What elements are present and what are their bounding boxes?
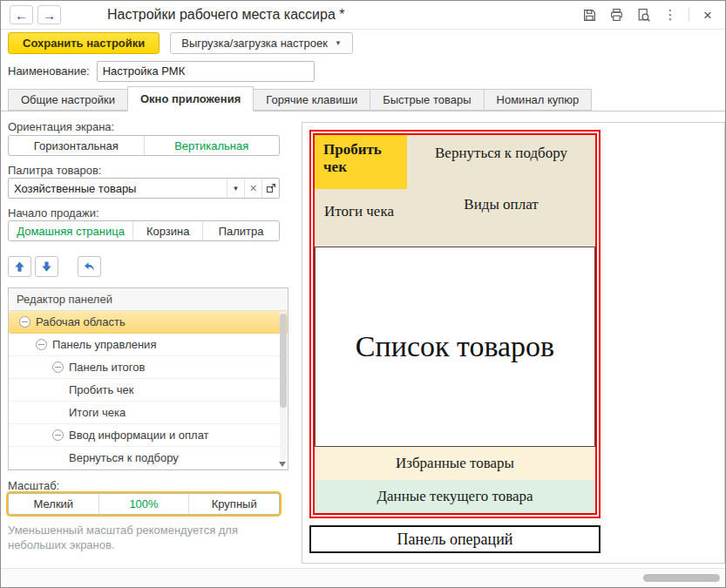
palette-open-button[interactable] <box>261 179 279 198</box>
kebab-icon: ⋮ <box>664 7 677 23</box>
tree-item-label: Ввод информации и оплат <box>69 429 209 442</box>
tree-item-label: Итоги чека <box>69 406 126 419</box>
scale-option-100[interactable]: 100% <box>98 494 189 514</box>
page-magnifier-icon <box>636 8 651 23</box>
tab-content: Ориентация экрана: Горизонтальная Вертик… <box>1 112 725 568</box>
tab-bar: Общие настройки Окно приложения Горячие … <box>1 85 725 112</box>
preview-check-button-cell: Пробить чек <box>315 135 407 189</box>
preview-favorite-products: Избранные товары <box>315 447 595 480</box>
tab-application-window[interactable]: Окно приложения <box>127 86 254 112</box>
preview-payment-types-cell: Виды оплат <box>407 196 595 213</box>
x-icon: × <box>249 182 256 194</box>
horizontal-scrollbar-thumb[interactable] <box>643 574 720 582</box>
tree-item-check-button[interactable]: Пробить чек <box>9 379 288 402</box>
tree-scrollbar[interactable] <box>280 312 287 460</box>
circled-minus-icon[interactable] <box>52 362 64 373</box>
tab-general-settings[interactable]: Общие настройки <box>8 89 128 111</box>
tree-item-label: Панель управления <box>52 338 156 351</box>
printer-icon <box>609 8 624 23</box>
tab-quick-products[interactable]: Быстрые товары <box>370 89 484 111</box>
preview-button[interactable] <box>634 6 652 24</box>
name-input[interactable] <box>97 61 315 82</box>
horizontal-scrollbar[interactable] <box>1 568 725 587</box>
tree-item-label: Панель итогов <box>69 361 145 374</box>
titlebar-actions: ⋮ × <box>580 6 716 24</box>
arrow-up-icon <box>13 260 26 274</box>
circled-minus-icon[interactable] <box>52 429 64 441</box>
palette-combobox[interactable]: Хозяйственные товары ▼ × <box>8 178 280 199</box>
titlebar: ← → Настройки рабочего места кассира * <box>1 1 725 30</box>
titlebar-separator <box>689 8 689 22</box>
more-menu-button[interactable]: ⋮ <box>662 6 679 24</box>
preview-receipt-totals-cell: Итоги чека <box>324 203 394 220</box>
floppy-icon <box>582 8 597 23</box>
tree-item-label: Пробить чек <box>69 383 134 396</box>
caret-down-icon: ▼ <box>335 39 342 47</box>
palette-label: Палитра товаров: <box>8 164 101 177</box>
tree-item-label: Вернуться к подбору <box>69 451 179 464</box>
tree-item-input-and-payments[interactable]: Ввод информации и оплат <box>9 424 288 447</box>
name-field-label: Наименование: <box>8 64 90 78</box>
scale-option-large[interactable]: Крупный <box>188 494 279 514</box>
move-down-button[interactable] <box>35 256 58 277</box>
panel-order-buttons <box>8 256 101 277</box>
forward-button[interactable]: → <box>37 5 61 24</box>
app-window: ← → Настройки рабочего места кассира * <box>0 0 726 588</box>
palette-value[interactable]: Хозяйственные товары <box>9 179 227 198</box>
preview-screen-frame: Пробить чек Вернуться к подбору Итоги че… <box>309 130 600 518</box>
tab-banknote-denominations[interactable]: Номинал купюр <box>484 89 593 111</box>
name-field-row: Наименование: <box>1 57 725 85</box>
tree-item-label: Рабочая область <box>36 315 126 328</box>
scale-toggle: Мелкий 100% Крупный <box>8 493 280 515</box>
save-icon-button[interactable] <box>580 6 598 24</box>
panel-editor-tree: Редактор панелей Рабочая область Панель … <box>8 287 288 470</box>
preview-top-panel: Пробить чек Вернуться к подбору Итоги че… <box>315 135 595 247</box>
circled-minus-icon[interactable] <box>19 316 31 328</box>
sale-start-label: Начало продажи: <box>8 206 99 220</box>
panel-editor-header: Редактор панелей <box>9 288 288 311</box>
save-settings-button[interactable]: Сохранить настройки <box>8 32 159 54</box>
open-window-icon <box>266 183 276 193</box>
command-toolbar: Сохранить настройки Выгрузка/загрузка на… <box>1 30 725 57</box>
palette-dropdown-button[interactable]: ▼ <box>227 179 244 198</box>
palette-clear-button[interactable]: × <box>244 179 261 198</box>
export-button-label: Выгрузка/загрузка настроек <box>181 37 328 50</box>
sale-start-option-cart[interactable]: Корзина <box>132 221 202 240</box>
close-icon: × <box>703 8 712 23</box>
tree-item-work-area[interactable]: Рабочая область <box>9 311 288 334</box>
close-button[interactable]: × <box>699 6 716 24</box>
sale-start-option-palette[interactable]: Палитра <box>202 221 279 240</box>
preview-current-product: Данные текущего товара <box>315 480 595 513</box>
orientation-label: Ориентация экрана: <box>8 120 114 133</box>
preview-product-list: Список товаров <box>315 247 595 447</box>
export-import-settings-button[interactable]: Выгрузка/загрузка настроек ▼ <box>170 32 353 54</box>
move-up-button[interactable] <box>8 256 31 277</box>
scale-hint-text: Уменьшенный масштаб рекомендуется для не… <box>8 523 252 552</box>
arrow-right-icon: → <box>43 8 56 23</box>
page-title: Настройки рабочего места кассира * <box>107 7 345 23</box>
print-button[interactable] <box>607 6 625 24</box>
orientation-toggle: Горизонтальная Вертикальная <box>8 135 280 156</box>
scale-option-small[interactable]: Мелкий <box>9 494 98 514</box>
orientation-option-vertical[interactable]: Вертикальная <box>144 136 280 155</box>
preview-return-cell: Вернуться к подбору <box>407 135 595 189</box>
orientation-option-horizontal[interactable]: Горизонтальная <box>9 136 144 155</box>
sale-start-option-home[interactable]: Домашняя страница <box>9 221 132 240</box>
sale-start-toggle: Домашняя страница Корзина Палитра <box>8 220 280 241</box>
tree-item-control-panel[interactable]: Панель управления <box>9 334 288 356</box>
preview-operations-panel: Панель операций <box>309 525 600 553</box>
arrow-down-icon <box>40 260 53 274</box>
tree-item-totals-panel[interactable]: Панель итогов <box>9 356 288 379</box>
arrow-left-icon: ← <box>15 8 28 23</box>
tree-item-receipt-totals[interactable]: Итоги чека <box>9 402 288 424</box>
tree-item-return-to-selection[interactable]: Вернуться к подбору <box>9 447 288 470</box>
reset-layout-button[interactable] <box>78 256 101 277</box>
scale-label: Масштаб: <box>8 479 59 492</box>
caret-down-icon: ▼ <box>233 185 240 193</box>
tree-scrollbar-thumb[interactable] <box>280 314 287 408</box>
back-button[interactable]: ← <box>10 5 33 24</box>
circled-minus-icon[interactable] <box>36 339 47 350</box>
tree-scroll-down-icon[interactable] <box>279 462 286 467</box>
layout-preview: Пробить чек Вернуться к подбору Итоги че… <box>302 122 725 564</box>
tab-hotkeys[interactable]: Горячие клавиши <box>253 89 370 111</box>
